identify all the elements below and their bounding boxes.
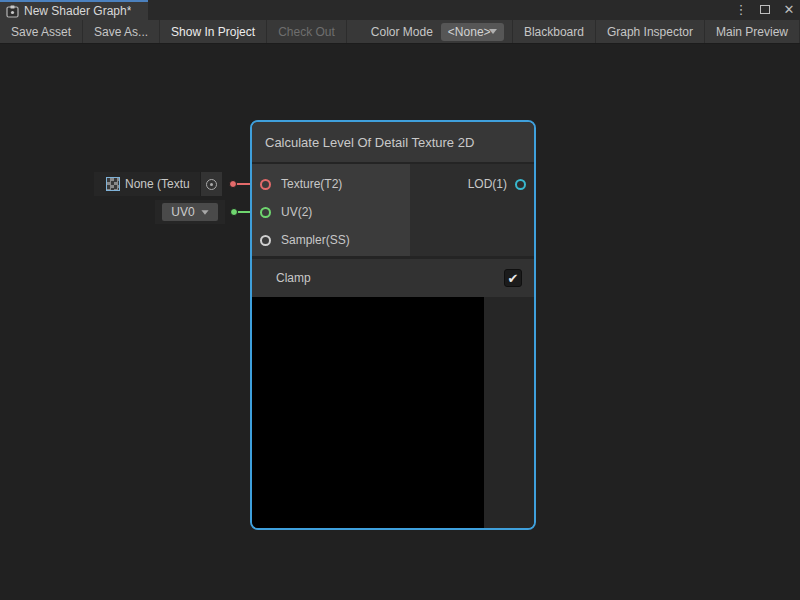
texture-thumbnail-icon: [106, 177, 120, 191]
uv-channel-field: UV0: [155, 200, 225, 224]
color-mode-dropdown[interactable]: <None>: [441, 23, 504, 41]
color-mode-label: Color Mode: [347, 20, 441, 43]
port-row-uv: UV(2): [252, 198, 410, 226]
port-row-lod: LOD(1): [410, 170, 534, 198]
check-out-button: Check Out: [267, 20, 347, 43]
texture-object-field[interactable]: None (Textu: [94, 172, 222, 196]
uv-port-label: UV(2): [281, 205, 312, 219]
node-calculate-lod-texture2d[interactable]: Calculate Level Of Detail Texture 2D Tex…: [250, 120, 536, 530]
sampler-input-port[interactable]: [260, 235, 271, 246]
uv-input-port[interactable]: [260, 207, 271, 218]
node-preview: [252, 297, 484, 528]
object-picker-button[interactable]: [200, 172, 222, 196]
chevron-down-icon: [489, 29, 497, 34]
graph-inspector-button[interactable]: Graph Inspector: [596, 20, 705, 43]
uv-wire-endpoint: [230, 208, 238, 216]
clamp-checkbox[interactable]: ✔: [504, 269, 522, 287]
lod-output-port[interactable]: [515, 179, 526, 190]
texture-field-value: None (Textu: [125, 177, 200, 191]
input-ports-panel: Texture(T2) UV(2) Sampler(SS): [252, 164, 410, 256]
blackboard-button[interactable]: Blackboard: [512, 20, 596, 43]
shader-graph-icon: [6, 5, 19, 18]
texture-input-port[interactable]: [260, 179, 271, 190]
window-controls: ⋮ ✕: [734, 0, 796, 20]
maximize-glyph: [760, 5, 770, 14]
uv-channel-dropdown[interactable]: UV0: [162, 203, 218, 221]
checkmark-icon: ✔: [508, 271, 519, 286]
sampler-port-label: Sampler(SS): [281, 233, 350, 247]
clamp-label: Clamp: [276, 271, 311, 285]
output-ports-panel: LOD(1): [410, 164, 534, 256]
menu-icon[interactable]: ⋮: [734, 0, 748, 20]
texture-wire-endpoint: [229, 180, 237, 188]
node-title: Calculate Level Of Detail Texture 2D: [265, 135, 474, 150]
node-header[interactable]: Calculate Level Of Detail Texture 2D: [252, 122, 534, 164]
color-mode-value: <None>: [448, 25, 491, 39]
toolbar: Save Asset Save As... Show In Project Ch…: [0, 20, 800, 44]
uv-channel-value: UV0: [171, 205, 194, 219]
port-row-texture: Texture(T2): [252, 170, 410, 198]
tab-new-shader-graph[interactable]: New Shader Graph*: [0, 0, 148, 20]
node-preview-area: [252, 297, 534, 528]
tab-bar: New Shader Graph* ⋮ ✕: [0, 0, 800, 20]
texture-port-label: Texture(T2): [281, 177, 342, 191]
object-picker-icon: [206, 179, 217, 190]
clamp-row: Clamp ✔: [252, 259, 534, 297]
show-in-project-button[interactable]: Show In Project: [160, 20, 267, 43]
close-icon[interactable]: ✕: [782, 0, 796, 20]
lod-port-label: LOD(1): [468, 177, 507, 191]
node-preview-margin: [484, 297, 534, 528]
maximize-icon[interactable]: [758, 0, 772, 20]
save-asset-button[interactable]: Save Asset: [0, 20, 83, 43]
save-as-button[interactable]: Save As...: [83, 20, 160, 43]
chevron-down-icon: [201, 210, 208, 215]
main-preview-button[interactable]: Main Preview: [705, 20, 800, 43]
tab-title: New Shader Graph*: [24, 4, 131, 18]
port-row-sampler: Sampler(SS): [252, 226, 410, 254]
node-ports: Texture(T2) UV(2) Sampler(SS) LOD(1): [252, 164, 534, 256]
